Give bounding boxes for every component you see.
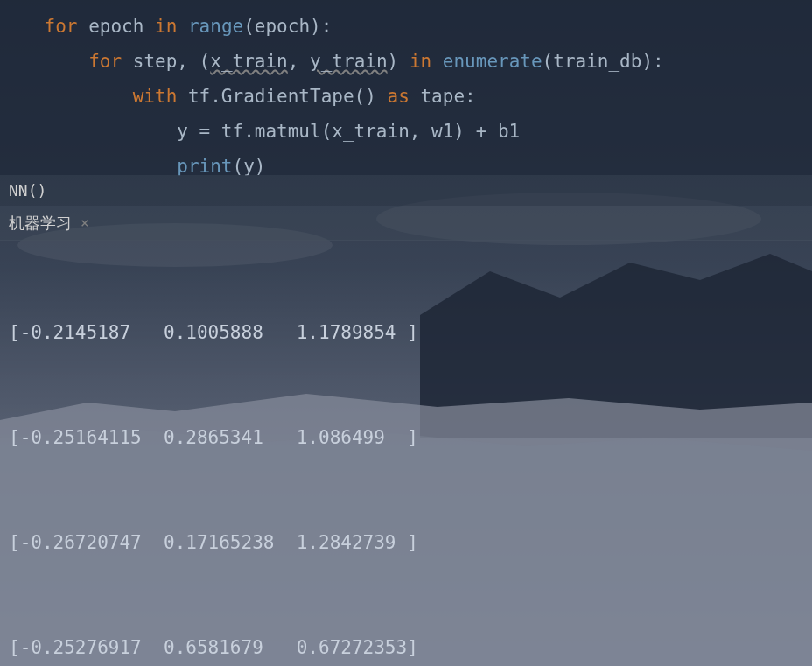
output-row: [-0.25164115 0.2865341 1.086499 ] <box>9 420 803 455</box>
code-line-2[interactable]: for step, (x_train, y_train) in enumerat… <box>0 44 812 79</box>
breadcrumb-function[interactable]: NN() <box>0 177 55 204</box>
output-row: [-0.2145187 0.1005888 1.1789854 ] <box>9 315 803 350</box>
console-tab-label: 机器学习 <box>9 213 72 234</box>
console-tab[interactable]: 机器学习 × <box>0 208 98 238</box>
console-tab-bar: 机器学习 × <box>0 206 812 241</box>
output-row: [-0.26720747 0.17165238 1.2842739 ] <box>9 525 803 560</box>
breadcrumb-bar: NN() <box>0 175 812 206</box>
close-icon[interactable]: × <box>80 214 89 231</box>
code-editor[interactable]: for epoch in range(epoch): for step, (x_… <box>0 0 812 175</box>
console-output[interactable]: [-0.2145187 0.1005888 1.1789854 ] [-0.25… <box>0 241 812 666</box>
output-row: [-0.25276917 0.6581679 0.67272353] <box>9 630 803 665</box>
code-line-4[interactable]: y = tf.matmul(x_train, w1) + b1 <box>0 114 812 149</box>
code-line-3[interactable]: with tf.GradientTape() as tape: <box>0 79 812 114</box>
code-line-1[interactable]: for epoch in range(epoch): <box>0 9 812 44</box>
